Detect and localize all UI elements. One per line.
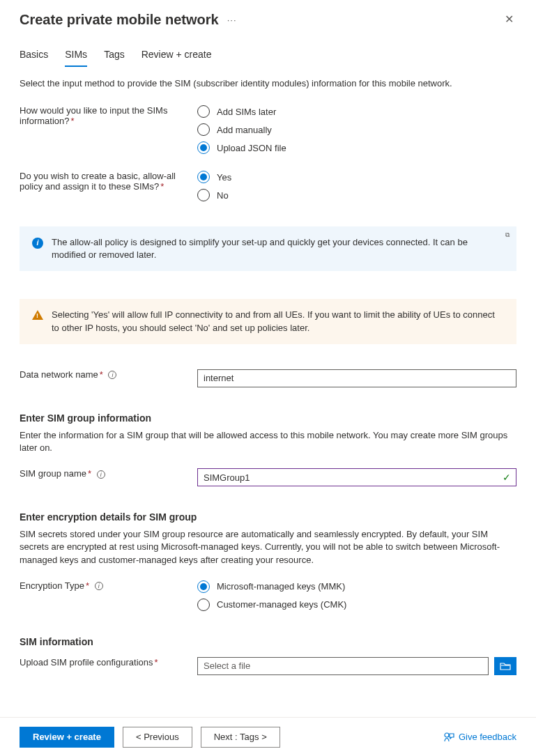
close-icon[interactable]: ✕ [502, 11, 516, 28]
tab-sims[interactable]: SIMs [65, 49, 87, 67]
upload-sim-label: Upload SIM profile configurations* [20, 657, 197, 675]
data-network-label: Data network name* i [20, 369, 197, 387]
next-button[interactable]: Next : Tags > [201, 727, 280, 748]
tab-review[interactable]: Review + create [141, 49, 212, 67]
radio-allow-no[interactable]: No [197, 189, 516, 201]
warning-callout: Selecting 'Yes' will allow full IP conne… [20, 299, 516, 344]
data-network-input[interactable] [197, 369, 516, 387]
sim-group-desc: Enter the information for a SIM group th… [20, 429, 516, 454]
check-icon: ✓ [503, 472, 511, 483]
more-icon[interactable]: ··· [227, 15, 237, 25]
radio-mmk[interactable]: Microsoft-managed keys (MMK) [197, 580, 516, 593]
encryption-desc: SIM secrets stored under your SIM group … [20, 528, 516, 566]
allow-all-label: Do you wish to create a basic, allow-all… [20, 171, 197, 201]
previous-button[interactable]: < Previous [123, 727, 192, 748]
svg-point-0 [445, 733, 449, 737]
info-tooltip-icon[interactable]: i [97, 470, 105, 479]
folder-icon [500, 661, 511, 671]
sim-group-name-label: SIM group name* i [20, 468, 197, 486]
tab-basics[interactable]: Basics [20, 49, 48, 67]
radio-upload-json[interactable]: Upload JSON file [197, 141, 516, 154]
allow-all-radio-group: Yes No [197, 171, 516, 201]
sim-group-title: Enter SIM group information [20, 412, 516, 424]
radio-allow-yes[interactable]: Yes [197, 171, 516, 183]
page-title: Create private mobile network [20, 12, 219, 28]
info-tooltip-icon[interactable]: i [95, 582, 103, 590]
browse-file-button[interactable] [494, 657, 516, 675]
external-link-icon[interactable]: ⧉ [505, 231, 510, 240]
input-method-radio-group: Add SIMs later Add manually Upload JSON … [197, 105, 516, 154]
info-callout: i The allow-all policy is designed to si… [20, 226, 516, 271]
feedback-icon [443, 732, 454, 743]
tab-bar: Basics SIMs Tags Review + create [20, 49, 516, 67]
tab-tags[interactable]: Tags [104, 49, 125, 67]
radio-add-manually[interactable]: Add manually [197, 123, 516, 136]
encryption-title: Enter encryption details for SIM group [20, 511, 516, 523]
radio-cmk[interactable]: Customer-managed keys (CMK) [197, 599, 516, 611]
info-tooltip-icon[interactable]: i [108, 371, 116, 379]
radio-add-later[interactable]: Add SIMs later [197, 105, 516, 118]
input-method-label: How would you like to input the SIMs inf… [20, 105, 197, 154]
file-select-input[interactable]: Select a file [197, 657, 489, 675]
sim-group-name-input[interactable] [197, 468, 516, 486]
footer-bar: Review + create < Previous Next : Tags >… [0, 717, 536, 756]
review-create-button[interactable]: Review + create [20, 727, 114, 748]
encryption-radio-group: Microsoft-managed keys (MMK) Customer-ma… [197, 580, 516, 611]
give-feedback-link[interactable]: Give feedback [443, 732, 516, 743]
encryption-type-label: Encryption Type* i [20, 580, 197, 611]
warning-icon [32, 310, 43, 334]
sim-info-title: SIM information [20, 636, 516, 647]
intro-text: Select the input method to provide the S… [20, 78, 516, 88]
info-icon: i [32, 238, 43, 261]
